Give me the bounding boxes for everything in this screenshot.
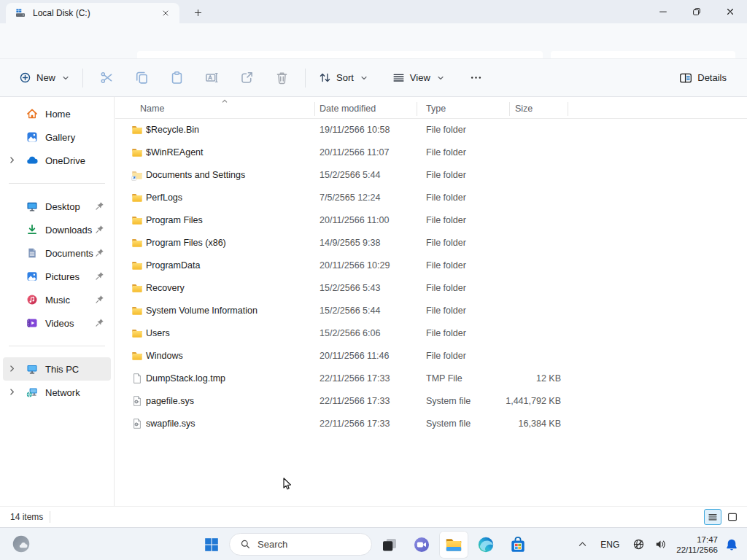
gallery-icon bbox=[26, 131, 38, 143]
file-name[interactable]: Documents and Settings bbox=[146, 170, 245, 180]
column-separator[interactable] bbox=[417, 102, 417, 116]
file-row[interactable]: Documents and Settings 15/2/2566 5:44 Fi… bbox=[115, 164, 747, 187]
paste-button[interactable] bbox=[162, 65, 191, 91]
sort-icon bbox=[319, 71, 331, 84]
cut-button[interactable] bbox=[92, 65, 121, 91]
column-header-name[interactable]: Name bbox=[140, 104, 164, 114]
folder-icon bbox=[131, 237, 143, 249]
pin-icon bbox=[95, 271, 104, 281]
folder-icon bbox=[131, 327, 143, 339]
speaker-icon[interactable] bbox=[654, 538, 667, 551]
file-row[interactable]: Program Files 20/11/2566 11:00 File fold… bbox=[115, 209, 747, 232]
sort-button[interactable]: Sort bbox=[311, 66, 375, 90]
file-name[interactable]: Recovery bbox=[146, 283, 185, 293]
file-row[interactable]: pagefile.sys 22/11/2566 17:33 System fil… bbox=[115, 390, 747, 413]
file-explorer-button[interactable] bbox=[439, 531, 468, 559]
view-toggles bbox=[704, 509, 741, 525]
file-type: File folder bbox=[426, 125, 466, 135]
notification-bell-icon[interactable] bbox=[725, 538, 738, 551]
details-pane-button[interactable]: Details bbox=[670, 66, 735, 90]
sidebar-item-onedrive[interactable]: OneDrive bbox=[3, 149, 111, 172]
file-row[interactable]: PerfLogs 7/5/2565 12:24 File folder bbox=[115, 187, 747, 209]
edge-button[interactable] bbox=[471, 531, 500, 559]
sidebar-item-desktop[interactable]: Desktop bbox=[3, 195, 111, 218]
file-name[interactable]: PerfLogs bbox=[146, 192, 182, 203]
language-indicator[interactable]: ENG bbox=[600, 540, 619, 550]
file-row[interactable]: Program Files (x86) 14/9/2565 9:38 File … bbox=[115, 232, 747, 254]
file-row[interactable]: $Recycle.Bin 19/11/2566 10:58 File folde… bbox=[115, 119, 747, 141]
file-name[interactable]: Users bbox=[146, 328, 170, 338]
network-globe-icon[interactable] bbox=[632, 538, 645, 551]
file-row[interactable]: Windows 20/11/2566 11:46 File folder bbox=[115, 345, 747, 368]
chevron-right-icon[interactable] bbox=[8, 365, 16, 373]
pin-icon bbox=[95, 201, 104, 211]
file-row[interactable]: $WinREAgent 20/11/2566 11:07 File folder bbox=[115, 141, 747, 164]
sidebar-item-this-pc[interactable]: This PC bbox=[3, 357, 111, 381]
file-row[interactable]: ProgramData 20/11/2566 10:29 File folder bbox=[115, 254, 747, 277]
widget-circle-icon[interactable] bbox=[12, 534, 31, 553]
file-name[interactable]: DumpStack.log.tmp bbox=[146, 373, 225, 384]
sidebar-item-network[interactable]: Network bbox=[3, 381, 111, 404]
file-name[interactable]: $WinREAgent bbox=[146, 147, 204, 158]
view-button[interactable]: View bbox=[385, 66, 452, 90]
clock[interactable]: 17:47 22/11/2566 bbox=[676, 534, 718, 555]
file-row[interactable]: swapfile.sys 22/11/2566 17:33 System fil… bbox=[115, 413, 747, 435]
new-button[interactable]: New bbox=[12, 66, 77, 90]
file-name[interactable]: pagefile.sys bbox=[146, 396, 194, 406]
column-header-date-modified[interactable]: Date modified bbox=[320, 104, 376, 114]
chevron-up-icon[interactable] bbox=[578, 540, 587, 549]
file-row[interactable]: Recovery 15/2/2566 5:43 File folder bbox=[115, 277, 747, 300]
file-name[interactable]: Program Files (x86) bbox=[146, 238, 226, 248]
file-name[interactable]: System Volume Information bbox=[146, 306, 258, 316]
column-separator[interactable] bbox=[568, 102, 568, 116]
sidebar-item-music[interactable]: Music bbox=[3, 288, 111, 311]
share-button[interactable] bbox=[232, 65, 261, 91]
toolbar-divider bbox=[305, 69, 306, 88]
file-type: File folder bbox=[426, 170, 466, 180]
close-button[interactable] bbox=[713, 0, 747, 23]
restore-button[interactable] bbox=[680, 0, 713, 23]
folder-icon bbox=[131, 305, 143, 316]
chat-button[interactable] bbox=[407, 531, 436, 559]
delete-button[interactable] bbox=[267, 65, 296, 91]
tab-local-disk-c[interactable]: Local Disk (C:) bbox=[6, 3, 179, 23]
sidebar-item-pictures[interactable]: Pictures bbox=[3, 265, 111, 288]
item-count: 14 items bbox=[10, 512, 43, 522]
rename-button[interactable] bbox=[197, 65, 226, 91]
file-name[interactable]: $Recycle.Bin bbox=[146, 125, 199, 135]
folder-shortcut-icon bbox=[131, 169, 143, 181]
more-options-button[interactable] bbox=[462, 65, 491, 91]
file-row[interactable]: DumpStack.log.tmp 22/11/2566 17:33 TMP F… bbox=[115, 368, 747, 390]
new-tab-button[interactable] bbox=[188, 4, 207, 21]
tab-close-icon[interactable] bbox=[158, 5, 174, 21]
chevron-right-icon[interactable] bbox=[8, 388, 16, 396]
file-type: System file bbox=[426, 396, 471, 406]
column-separator[interactable] bbox=[509, 102, 510, 116]
file-date-modified: 22/11/2566 17:33 bbox=[320, 373, 390, 384]
store-button[interactable] bbox=[503, 531, 533, 559]
column-header-type[interactable]: Type bbox=[426, 104, 446, 114]
file-name[interactable]: ProgramData bbox=[146, 260, 200, 271]
file-row[interactable]: System Volume Information 15/2/2566 5:44… bbox=[115, 300, 747, 322]
details-view-toggle[interactable] bbox=[704, 509, 721, 525]
plus-circle-icon bbox=[19, 71, 31, 84]
taskbar-search[interactable]: Search bbox=[229, 533, 372, 556]
sidebar-item-gallery[interactable]: Gallery bbox=[3, 125, 111, 149]
task-view-button[interactable] bbox=[375, 531, 404, 559]
column-header-size[interactable]: Size bbox=[515, 104, 533, 114]
sidebar-item-documents[interactable]: Documents bbox=[3, 241, 111, 265]
sidebar-item-label: Documents bbox=[45, 248, 93, 259]
sidebar-item-home[interactable]: Home bbox=[3, 102, 111, 125]
chevron-right-icon[interactable] bbox=[8, 156, 16, 164]
file-name[interactable]: Windows bbox=[146, 351, 183, 361]
sidebar-item-downloads[interactable]: Downloads bbox=[3, 218, 111, 241]
column-separator[interactable] bbox=[314, 102, 315, 116]
minimize-button[interactable] bbox=[646, 0, 680, 23]
start-button[interactable] bbox=[197, 531, 226, 559]
sidebar-item-videos[interactable]: Videos bbox=[3, 311, 111, 335]
file-name[interactable]: swapfile.sys bbox=[146, 419, 195, 429]
copy-button[interactable] bbox=[127, 65, 156, 91]
large-icons-view-toggle[interactable] bbox=[724, 509, 741, 525]
file-row[interactable]: Users 15/2/2566 6:06 File folder bbox=[115, 322, 747, 345]
file-name[interactable]: Program Files bbox=[146, 215, 203, 225]
